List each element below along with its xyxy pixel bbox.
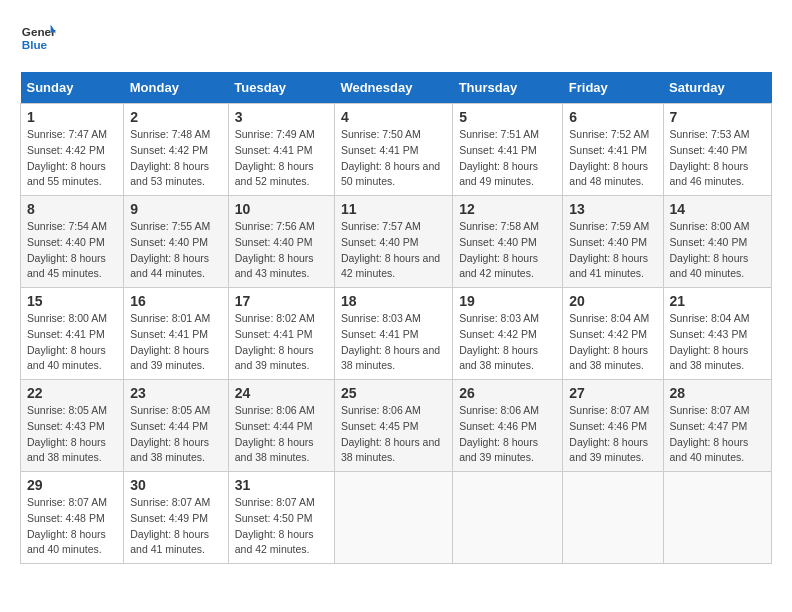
- day-info: Sunrise: 8:06 AM Sunset: 4:44 PM Dayligh…: [235, 403, 328, 466]
- calendar-cell: 15 Sunrise: 8:00 AM Sunset: 4:41 PM Dayl…: [21, 288, 124, 380]
- day-info: Sunrise: 8:05 AM Sunset: 4:44 PM Dayligh…: [130, 403, 222, 466]
- day-info: Sunrise: 8:07 AM Sunset: 4:48 PM Dayligh…: [27, 495, 117, 558]
- calendar-cell: 29 Sunrise: 8:07 AM Sunset: 4:48 PM Dayl…: [21, 472, 124, 564]
- calendar-cell: [453, 472, 563, 564]
- weekday-header-sunday: Sunday: [21, 72, 124, 104]
- calendar-cell: 6 Sunrise: 7:52 AM Sunset: 4:41 PM Dayli…: [563, 104, 663, 196]
- day-number: 28: [670, 385, 766, 401]
- day-number: 26: [459, 385, 556, 401]
- calendar-cell: 2 Sunrise: 7:48 AM Sunset: 4:42 PM Dayli…: [124, 104, 229, 196]
- calendar-cell: 13 Sunrise: 7:59 AM Sunset: 4:40 PM Dayl…: [563, 196, 663, 288]
- day-info: Sunrise: 8:06 AM Sunset: 4:45 PM Dayligh…: [341, 403, 446, 466]
- day-info: Sunrise: 8:05 AM Sunset: 4:43 PM Dayligh…: [27, 403, 117, 466]
- day-info: Sunrise: 7:55 AM Sunset: 4:40 PM Dayligh…: [130, 219, 222, 282]
- day-info: Sunrise: 7:50 AM Sunset: 4:41 PM Dayligh…: [341, 127, 446, 190]
- day-number: 2: [130, 109, 222, 125]
- calendar-cell: 11 Sunrise: 7:57 AM Sunset: 4:40 PM Dayl…: [334, 196, 452, 288]
- calendar-cell: 28 Sunrise: 8:07 AM Sunset: 4:47 PM Dayl…: [663, 380, 772, 472]
- day-number: 8: [27, 201, 117, 217]
- calendar-cell: 23 Sunrise: 8:05 AM Sunset: 4:44 PM Dayl…: [124, 380, 229, 472]
- day-info: Sunrise: 7:47 AM Sunset: 4:42 PM Dayligh…: [27, 127, 117, 190]
- calendar-cell: 8 Sunrise: 7:54 AM Sunset: 4:40 PM Dayli…: [21, 196, 124, 288]
- day-number: 13: [569, 201, 656, 217]
- calendar-cell: 12 Sunrise: 7:58 AM Sunset: 4:40 PM Dayl…: [453, 196, 563, 288]
- calendar-cell: 7 Sunrise: 7:53 AM Sunset: 4:40 PM Dayli…: [663, 104, 772, 196]
- weekday-header-friday: Friday: [563, 72, 663, 104]
- day-info: Sunrise: 8:07 AM Sunset: 4:49 PM Dayligh…: [130, 495, 222, 558]
- day-info: Sunrise: 7:49 AM Sunset: 4:41 PM Dayligh…: [235, 127, 328, 190]
- calendar-cell: 26 Sunrise: 8:06 AM Sunset: 4:46 PM Dayl…: [453, 380, 563, 472]
- day-number: 14: [670, 201, 766, 217]
- day-number: 31: [235, 477, 328, 493]
- day-number: 18: [341, 293, 446, 309]
- day-info: Sunrise: 8:03 AM Sunset: 4:41 PM Dayligh…: [341, 311, 446, 374]
- calendar-cell: 24 Sunrise: 8:06 AM Sunset: 4:44 PM Dayl…: [228, 380, 334, 472]
- weekday-header-monday: Monday: [124, 72, 229, 104]
- day-number: 3: [235, 109, 328, 125]
- day-info: Sunrise: 8:07 AM Sunset: 4:47 PM Dayligh…: [670, 403, 766, 466]
- day-number: 23: [130, 385, 222, 401]
- calendar-cell: 1 Sunrise: 7:47 AM Sunset: 4:42 PM Dayli…: [21, 104, 124, 196]
- calendar-cell: 25 Sunrise: 8:06 AM Sunset: 4:45 PM Dayl…: [334, 380, 452, 472]
- calendar-cell: 17 Sunrise: 8:02 AM Sunset: 4:41 PM Dayl…: [228, 288, 334, 380]
- calendar-cell: 19 Sunrise: 8:03 AM Sunset: 4:42 PM Dayl…: [453, 288, 563, 380]
- day-info: Sunrise: 8:04 AM Sunset: 4:43 PM Dayligh…: [670, 311, 766, 374]
- calendar-cell: 20 Sunrise: 8:04 AM Sunset: 4:42 PM Dayl…: [563, 288, 663, 380]
- weekday-header-tuesday: Tuesday: [228, 72, 334, 104]
- day-info: Sunrise: 7:59 AM Sunset: 4:40 PM Dayligh…: [569, 219, 656, 282]
- day-number: 19: [459, 293, 556, 309]
- calendar-cell: [663, 472, 772, 564]
- day-number: 11: [341, 201, 446, 217]
- svg-text:Blue: Blue: [22, 38, 48, 51]
- calendar-cell: 10 Sunrise: 7:56 AM Sunset: 4:40 PM Dayl…: [228, 196, 334, 288]
- day-info: Sunrise: 7:57 AM Sunset: 4:40 PM Dayligh…: [341, 219, 446, 282]
- calendar-cell: 18 Sunrise: 8:03 AM Sunset: 4:41 PM Dayl…: [334, 288, 452, 380]
- day-number: 22: [27, 385, 117, 401]
- calendar-cell: 4 Sunrise: 7:50 AM Sunset: 4:41 PM Dayli…: [334, 104, 452, 196]
- day-number: 1: [27, 109, 117, 125]
- day-info: Sunrise: 7:53 AM Sunset: 4:40 PM Dayligh…: [670, 127, 766, 190]
- day-info: Sunrise: 7:54 AM Sunset: 4:40 PM Dayligh…: [27, 219, 117, 282]
- day-info: Sunrise: 8:00 AM Sunset: 4:40 PM Dayligh…: [670, 219, 766, 282]
- day-info: Sunrise: 8:04 AM Sunset: 4:42 PM Dayligh…: [569, 311, 656, 374]
- day-info: Sunrise: 8:03 AM Sunset: 4:42 PM Dayligh…: [459, 311, 556, 374]
- day-info: Sunrise: 8:01 AM Sunset: 4:41 PM Dayligh…: [130, 311, 222, 374]
- day-number: 27: [569, 385, 656, 401]
- day-info: Sunrise: 7:58 AM Sunset: 4:40 PM Dayligh…: [459, 219, 556, 282]
- weekday-header-saturday: Saturday: [663, 72, 772, 104]
- calendar-cell: 9 Sunrise: 7:55 AM Sunset: 4:40 PM Dayli…: [124, 196, 229, 288]
- calendar-cell: [563, 472, 663, 564]
- day-number: 6: [569, 109, 656, 125]
- calendar-cell: 14 Sunrise: 8:00 AM Sunset: 4:40 PM Dayl…: [663, 196, 772, 288]
- day-number: 29: [27, 477, 117, 493]
- weekday-header-thursday: Thursday: [453, 72, 563, 104]
- day-number: 20: [569, 293, 656, 309]
- day-info: Sunrise: 8:00 AM Sunset: 4:41 PM Dayligh…: [27, 311, 117, 374]
- day-number: 30: [130, 477, 222, 493]
- day-info: Sunrise: 8:06 AM Sunset: 4:46 PM Dayligh…: [459, 403, 556, 466]
- day-number: 25: [341, 385, 446, 401]
- calendar-cell: 16 Sunrise: 8:01 AM Sunset: 4:41 PM Dayl…: [124, 288, 229, 380]
- day-number: 5: [459, 109, 556, 125]
- calendar-table: SundayMondayTuesdayWednesdayThursdayFrid…: [20, 72, 772, 564]
- weekday-header-wednesday: Wednesday: [334, 72, 452, 104]
- calendar-cell: 22 Sunrise: 8:05 AM Sunset: 4:43 PM Dayl…: [21, 380, 124, 472]
- day-number: 16: [130, 293, 222, 309]
- logo: General Blue: [20, 20, 56, 56]
- day-number: 21: [670, 293, 766, 309]
- day-info: Sunrise: 7:51 AM Sunset: 4:41 PM Dayligh…: [459, 127, 556, 190]
- day-info: Sunrise: 8:07 AM Sunset: 4:46 PM Dayligh…: [569, 403, 656, 466]
- calendar-cell: 21 Sunrise: 8:04 AM Sunset: 4:43 PM Dayl…: [663, 288, 772, 380]
- day-info: Sunrise: 7:52 AM Sunset: 4:41 PM Dayligh…: [569, 127, 656, 190]
- day-number: 15: [27, 293, 117, 309]
- calendar-cell: 30 Sunrise: 8:07 AM Sunset: 4:49 PM Dayl…: [124, 472, 229, 564]
- day-number: 10: [235, 201, 328, 217]
- day-info: Sunrise: 7:56 AM Sunset: 4:40 PM Dayligh…: [235, 219, 328, 282]
- day-info: Sunrise: 8:02 AM Sunset: 4:41 PM Dayligh…: [235, 311, 328, 374]
- day-number: 9: [130, 201, 222, 217]
- calendar-cell: 27 Sunrise: 8:07 AM Sunset: 4:46 PM Dayl…: [563, 380, 663, 472]
- calendar-cell: 3 Sunrise: 7:49 AM Sunset: 4:41 PM Dayli…: [228, 104, 334, 196]
- day-number: 17: [235, 293, 328, 309]
- day-number: 12: [459, 201, 556, 217]
- day-info: Sunrise: 7:48 AM Sunset: 4:42 PM Dayligh…: [130, 127, 222, 190]
